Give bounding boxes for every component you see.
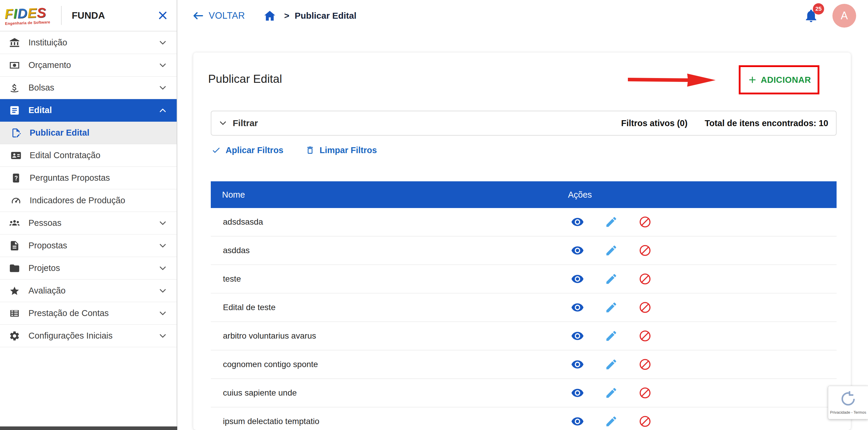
view-icon[interactable] [571, 301, 584, 314]
edit-document-icon [11, 127, 21, 138]
document-icon [9, 105, 20, 116]
chevron-down-icon [158, 38, 168, 48]
file-lines-icon [9, 240, 20, 251]
breadcrumb-separator: > [284, 11, 289, 21]
edit-icon[interactable] [605, 216, 618, 229]
annotation-arrow [628, 70, 717, 90]
view-icon[interactable] [571, 329, 584, 342]
sidebar-item-bolsas[interactable]: Bolsas [0, 77, 177, 99]
filter-title: Filtrar [233, 118, 258, 128]
sidebar-item-avaliacao[interactable]: Avaliação [0, 280, 177, 302]
edit-icon[interactable] [605, 273, 618, 285]
sidebar-item-propostas[interactable]: Propostas [0, 234, 177, 257]
column-header-acoes: Ações [568, 190, 592, 200]
block-icon[interactable] [639, 301, 652, 314]
plus-icon [747, 75, 758, 85]
block-icon[interactable] [639, 415, 652, 428]
sidebar-item-label: Propostas [28, 241, 67, 251]
back-button[interactable]: VOLTAR [192, 10, 245, 22]
apply-filters-label: Aplicar Filtros [226, 145, 283, 155]
row-actions [571, 244, 652, 257]
chevron-down-icon [158, 331, 168, 341]
recaptcha-privacy-terms: Privacidade - Termos [830, 410, 866, 414]
row-name: cognomen contigo sponte [211, 360, 318, 369]
topbar-right: 25 A [803, 4, 856, 28]
row-actions [571, 358, 652, 371]
edit-icon[interactable] [605, 244, 618, 257]
block-icon[interactable] [639, 244, 652, 257]
chevron-down-icon [158, 83, 168, 93]
sidebar-subitem-perguntas-propostas[interactable]: Perguntas Propostas [0, 167, 177, 189]
sidebar-item-projetos[interactable]: Projetos [0, 257, 177, 280]
sidebar-subitem-publicar-edital[interactable]: Publicar Edital [0, 122, 177, 144]
edit-icon[interactable] [605, 358, 618, 371]
row-actions [571, 273, 652, 285]
filter-stats: Filtros ativos (0) Total de itens encont… [621, 118, 828, 128]
row-name: cuius sapiente unde [211, 388, 297, 398]
sidebar-item-configuracoes-iniciais[interactable]: Configurações Iniciais [0, 325, 177, 347]
block-icon[interactable] [639, 358, 652, 371]
row-name: arbitro voluntarius avarus [211, 331, 316, 341]
view-icon[interactable] [571, 358, 584, 371]
view-icon[interactable] [571, 244, 584, 257]
sidebar-item-prestacao-contas[interactable]: Prestação de Contas [0, 302, 177, 325]
sidebar-item-pessoas[interactable]: Pessoas [0, 212, 177, 234]
view-icon[interactable] [571, 386, 584, 399]
table-row: arbitro voluntarius avarus [211, 322, 837, 350]
notifications-button[interactable]: 25 [803, 7, 819, 24]
close-sidebar-icon[interactable] [157, 9, 169, 22]
view-icon[interactable] [571, 415, 584, 428]
question-document-icon [11, 173, 21, 183]
recaptcha-badge[interactable]: Privacidade - Termos [828, 386, 868, 419]
sidebar-item-label: Orçamento [28, 60, 71, 70]
filter-actions: Aplicar Filtros Limpar Filtros [211, 142, 377, 158]
star-icon [9, 285, 20, 296]
sidebar-item-orcamento[interactable]: Orçamento [0, 54, 177, 77]
page-title: Publicar Edital [208, 73, 282, 85]
edit-icon[interactable] [605, 386, 618, 399]
clear-filters-button[interactable]: Limpar Filtros [305, 145, 377, 155]
home-icon[interactable] [263, 9, 276, 22]
table-row: ipsum delectatio temptatio [211, 407, 837, 430]
sidebar-item-label: Configurações Iniciais [28, 331, 113, 341]
table-row: cuius sapiente unde [211, 379, 837, 407]
sidebar-nav: Instituição Orçamento Bolsas Edital Publ… [0, 31, 177, 347]
row-actions [571, 386, 652, 399]
block-icon[interactable] [639, 329, 652, 342]
table-row: teste [211, 265, 837, 293]
notification-badge: 25 [813, 3, 824, 15]
sidebar-item-label: Pessoas [28, 218, 61, 228]
edit-icon[interactable] [605, 301, 618, 314]
people-icon [9, 218, 20, 229]
block-icon[interactable] [639, 273, 652, 285]
apply-filters-button[interactable]: Aplicar Filtros [211, 145, 283, 155]
contact-card-icon [11, 150, 21, 161]
column-header-nome: Nome [211, 190, 245, 200]
row-name: asddas [211, 246, 250, 255]
sidebar-subitem-label: Edital Contratação [30, 150, 100, 160]
sidebar-item-label: Instituição [28, 38, 67, 48]
block-icon[interactable] [639, 386, 652, 399]
avatar[interactable]: A [832, 4, 856, 28]
logo-letter: E [27, 5, 37, 21]
row-actions [571, 301, 652, 314]
sidebar-item-instituicao[interactable]: Instituição [0, 31, 177, 54]
filter-bar[interactable]: Filtrar Filtros ativos (0) Total de iten… [211, 111, 837, 136]
sidebar-subitem-indicadores-producao[interactable]: Indicadores de Produção [0, 189, 177, 212]
block-icon[interactable] [639, 216, 652, 229]
table-row: adsdsasda [211, 208, 837, 236]
edit-icon[interactable] [605, 415, 618, 428]
row-actions [571, 329, 652, 342]
chevron-down-icon [158, 241, 168, 251]
sidebar-subitem-edital-contratacao[interactable]: Edital Contratação [0, 144, 177, 167]
view-icon[interactable] [571, 273, 584, 285]
chevron-down-icon [158, 60, 168, 70]
edit-icon[interactable] [605, 329, 618, 342]
sidebar-subitem-label: Perguntas Propostas [30, 173, 110, 183]
row-actions [571, 415, 652, 428]
banknote-icon [9, 60, 20, 71]
logo-letter: D [17, 5, 28, 21]
view-icon[interactable] [571, 216, 584, 229]
sidebar-item-edital[interactable]: Edital [0, 99, 177, 122]
add-button[interactable]: ADICIONAR [745, 74, 813, 85]
